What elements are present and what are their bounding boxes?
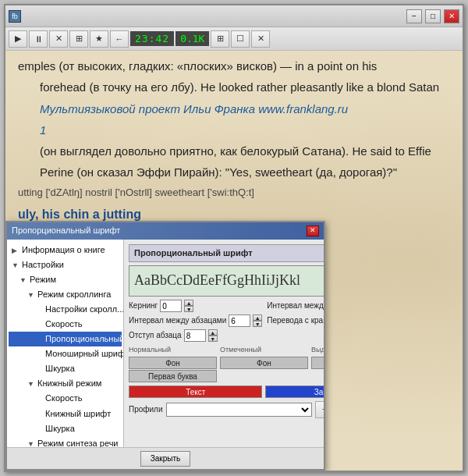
heading-button[interactable]: Заголовок: [265, 385, 324, 398]
clock-display: 23:42: [130, 31, 174, 46]
indent-up[interactable]: ▲: [208, 329, 218, 336]
dialog-title: Пропорциональный шрифт: [12, 224, 307, 237]
number-line: 1: [18, 121, 450, 139]
tree-item-scroll-settings[interactable]: Настройки скролл...: [9, 302, 122, 317]
indent-input[interactable]: [184, 329, 206, 342]
normal-section: Нормальный Фон Первая буква: [129, 345, 217, 382]
interval-up[interactable]: ▲: [253, 314, 262, 321]
line-interval-label: Интервал между строками: [267, 300, 324, 312]
text-heading-row: Текст Заголовок: [129, 385, 324, 398]
normal-first-letter-button[interactable]: Первая буква: [129, 370, 217, 382]
heading-section: Заголовок: [265, 385, 324, 398]
tree-expander: ▼: [20, 275, 27, 286]
counter-display: 0.1K: [176, 31, 209, 46]
window-button[interactable]: ⊞: [211, 30, 229, 48]
tree-item-book-speed[interactable]: Скорость: [9, 391, 122, 406]
close-dialog-button[interactable]: Закрыть: [140, 451, 191, 467]
tree-expander: ▼: [27, 379, 35, 390]
interval-spinner[interactable]: ▲ ▼: [253, 314, 262, 327]
text-line-1: emples (от высоких, гладких: «плоских» в…: [18, 57, 450, 75]
indent-down[interactable]: ▼: [208, 336, 218, 342]
marked-bg-button[interactable]: Фон: [220, 357, 308, 369]
settings-right-panel: Пропорциональный шрифт AaBbCcDdEeFfGgHhI…: [124, 240, 324, 447]
tree-item-mode[interactable]: ▼ Режим: [9, 272, 122, 287]
tree-expander: ▼: [27, 439, 35, 447]
interval-row: Интервал между абзацами ▲ ▼: [129, 314, 262, 327]
settings-dialog: Пропорциональный шрифт ✕ ▶ Информация о …: [5, 221, 325, 471]
back-button[interactable]: ←: [110, 30, 129, 48]
multilang-line: Mультиязыковой проект Ильи Франка www.fr…: [18, 100, 450, 118]
tree-expander: ▶: [12, 246, 20, 257]
tree-item-settings[interactable]: ▼ Настройки: [9, 258, 122, 272]
section-proportional-font: Пропорциональный шрифт: [129, 244, 324, 262]
tree-item-book-font[interactable]: Книжный шрифт: [9, 407, 122, 421]
pause-button[interactable]: ⏸: [29, 30, 48, 48]
dialog-body: ▶ Информация о книге ▼ Настройки ▼ Режим: [7, 240, 324, 447]
selected-section: Выделенный Фон: [311, 345, 324, 382]
indent-label: Отступ абзаца: [129, 329, 182, 342]
tree-item-book-mode[interactable]: ▼ Книжный режим: [9, 376, 122, 391]
kerning-up[interactable]: ▲: [184, 300, 193, 306]
settings-tree[interactable]: ▶ Информация о книге ▼ Настройки ▼ Режим: [7, 240, 124, 447]
tree-item-book-skin[interactable]: Шкурка: [9, 421, 122, 436]
interval-down[interactable]: ▼: [253, 321, 262, 327]
marked-section: Отмеченный Фон: [220, 345, 308, 382]
grid-button[interactable]: ⊞: [69, 30, 88, 48]
toolbar: ▶ ⏸ ✕ ⊞ ★ ← 23:42 0.1K ⊞ ☐ ✕: [5, 27, 463, 51]
style-modes: Нормальный Фон Первая буква Отмеченный Ф…: [129, 345, 324, 382]
normal-label: Нормальный: [129, 345, 217, 356]
tree-expander: ▼: [12, 261, 20, 272]
minimize-button[interactable]: −: [406, 9, 422, 23]
kerning-row: Кернинг ▲ ▼: [129, 300, 262, 312]
normal-bg-button[interactable]: Фон: [129, 357, 217, 369]
tree-item-scroll-mode[interactable]: ▼ Режим скроллинга: [9, 287, 122, 302]
profiles-row: Профили + − = ☰: [129, 401, 324, 418]
text-line-4: Perine (он сказал Эффи Пирайн): "Yes, sw…: [18, 163, 450, 181]
text-section: Текст: [129, 385, 262, 398]
text-line-2: forehead (в точку на его лбу). He looked…: [18, 78, 450, 96]
selected-label: Выделенный: [311, 345, 324, 356]
exit-button[interactable]: ✕: [251, 30, 270, 48]
phonetics-line: utting ['dZAtlŋ] nostril ['nOstrll] swee…: [18, 185, 450, 201]
interval-label: Интервал между абзацами: [129, 314, 226, 327]
tree-item-speech-mode[interactable]: ▼ Режим синтеза речи: [9, 436, 122, 447]
book-text-area: emples (от высоких, гладких: «плоских» в…: [5, 51, 463, 471]
tree-item-speed[interactable]: Скорость: [9, 317, 122, 332]
dialog-close-button[interactable]: ✕: [307, 226, 319, 236]
indent-spinner[interactable]: ▲ ▼: [208, 329, 218, 342]
tree-item-skin[interactable]: Шкурка: [9, 361, 122, 376]
tree-item-proportional-font[interactable]: Пропорциональный ш...: [9, 332, 122, 346]
kerning-down[interactable]: ▼: [184, 306, 193, 312]
frame-button[interactable]: ☐: [231, 30, 250, 48]
play-button[interactable]: ▶: [9, 30, 27, 48]
star-button[interactable]: ★: [90, 30, 108, 48]
marked-label: Отмеченный: [220, 345, 308, 356]
dialog-footer: Закрыть: [7, 447, 324, 469]
selected-bg-button[interactable]: Фон: [311, 357, 324, 369]
profiles-label: Профили: [129, 403, 163, 416]
kerning-spinner[interactable]: ▲ ▼: [184, 300, 193, 312]
kerning-input[interactable]: [160, 300, 182, 312]
main-area: emples (от высоких, гладких: «плоских» в…: [5, 51, 463, 471]
dialog-title-bar: Пропорциональный шрифт ✕: [7, 222, 324, 240]
edge-label: Перевода с края: [267, 314, 324, 327]
line-interval-row: Интервал между строками ▲ ▼: [267, 300, 324, 312]
tree-expander: ▼: [27, 290, 35, 301]
title-bar: fb − □ ✕: [5, 5, 463, 27]
profiles-dropdown[interactable]: [166, 403, 312, 417]
edge-row: Перевода с края ▲ ▼: [267, 314, 324, 327]
close-button[interactable]: ✕: [444, 9, 459, 23]
tree-item-info[interactable]: ▶ Информация о книге: [9, 243, 122, 258]
text-button[interactable]: Текст: [129, 385, 262, 398]
maximize-button[interactable]: □: [425, 9, 441, 23]
text-line-3: (он выглядел довольно приятно, как белок…: [18, 142, 450, 160]
tree-item-mono-font[interactable]: Моноширный шрифт: [9, 346, 122, 361]
interval-input[interactable]: [229, 314, 250, 327]
app-icon: fb: [9, 10, 21, 23]
profile-add-btn[interactable]: +: [315, 401, 324, 418]
indent-row: Отступ абзаца ▲ ▼: [129, 329, 262, 342]
font-preview: AaBbCcDdEeFfGgHhIiJjKkl: [129, 265, 324, 297]
main-window: fb − □ ✕ ▶ ⏸ ✕ ⊞ ★ ← 23:42 0.1K ⊞ ☐ ✕ em…: [4, 4, 464, 472]
stop-button[interactable]: ✕: [49, 30, 68, 48]
kerning-label: Кернинг: [129, 300, 158, 312]
